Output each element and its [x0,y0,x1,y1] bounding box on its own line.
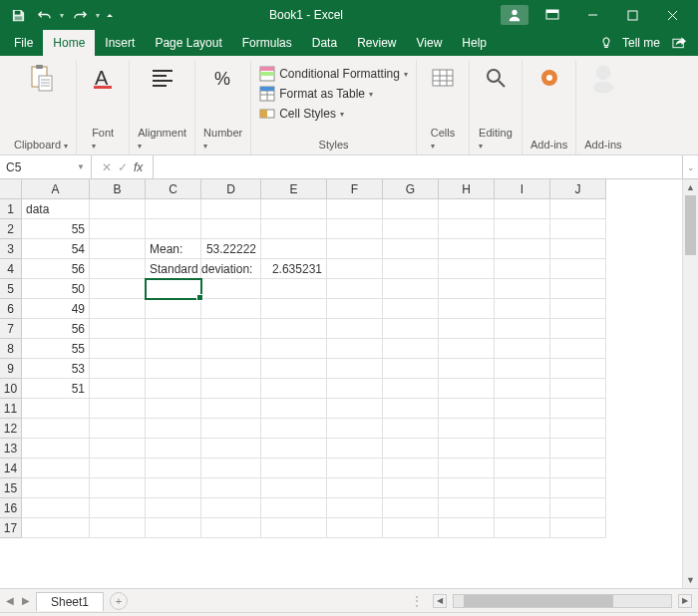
cell-I5[interactable] [495,279,550,299]
addins-button[interactable] [531,62,567,94]
cell-C14[interactable] [146,459,201,478]
cell-C1[interactable] [146,199,201,219]
editing-button[interactable] [478,62,514,94]
col-header[interactable]: C [146,179,201,199]
cell-F12[interactable] [327,419,383,439]
row-header[interactable]: 12 [0,419,22,439]
cell-C6[interactable] [146,299,201,319]
cell-H7[interactable] [439,319,495,339]
cell-E8[interactable] [261,339,327,359]
cell-F8[interactable] [327,339,383,359]
cell-C17[interactable] [146,518,201,538]
cell-D17[interactable] [201,518,261,538]
cell-G3[interactable] [383,239,439,259]
scroll-down-icon[interactable]: ▼ [683,572,698,588]
cell-E16[interactable] [261,498,327,518]
minimize-button[interactable] [572,1,612,29]
cell-C16[interactable] [146,498,201,518]
account-button[interactable] [501,5,528,25]
cell-C15[interactable] [146,478,201,498]
row-header[interactable]: 15 [0,478,22,498]
cell-C3[interactable]: Mean: [146,239,201,259]
select-all-corner[interactable] [0,179,22,199]
cell-E10[interactable] [261,379,327,399]
cell-C13[interactable] [146,439,201,459]
cell-H12[interactable] [439,419,495,439]
cell-H15[interactable] [439,478,495,498]
cell-J8[interactable] [550,339,606,359]
cell-E5[interactable] [261,279,327,299]
lightbulb-icon[interactable] [596,33,616,53]
row-header[interactable]: 3 [0,239,22,259]
cell-B13[interactable] [90,439,146,459]
row-header[interactable]: 5 [0,279,22,299]
row-header[interactable]: 10 [0,379,22,399]
cell-H1[interactable] [439,199,495,219]
cells-button[interactable] [425,62,461,94]
cell-F6[interactable] [327,299,383,319]
cell-J16[interactable] [550,498,606,518]
scroll-up-icon[interactable]: ▲ [683,179,698,195]
cell-H3[interactable] [439,239,495,259]
cell-G16[interactable] [383,498,439,518]
col-header[interactable]: E [261,179,327,199]
col-header[interactable]: I [495,179,550,199]
cell-E3[interactable] [261,239,327,259]
qat-customize-icon[interactable] [104,3,116,27]
scroll-left-icon[interactable]: ◀ [433,594,447,608]
cell-G9[interactable] [383,359,439,379]
cell-D12[interactable] [201,419,261,439]
cell-I8[interactable] [495,339,550,359]
cell-J3[interactable] [550,239,606,259]
cell-A13[interactable] [22,439,90,459]
cell-D10[interactable] [201,379,261,399]
tab-data[interactable]: Data [302,30,347,56]
cell-F9[interactable] [327,359,383,379]
name-box[interactable]: C5▼ [0,155,92,178]
cell-J12[interactable] [550,419,606,439]
cell-G13[interactable] [383,439,439,459]
number-button[interactable]: % [205,62,241,94]
cell-E2[interactable] [261,219,327,239]
cell-D3[interactable]: 53.22222 [201,239,261,259]
cell-styles-button[interactable]: Cell Styles ▾ [259,106,344,122]
cell-D1[interactable] [201,199,261,219]
col-header[interactable]: D [201,179,261,199]
cell-J2[interactable] [550,219,606,239]
cell-F13[interactable] [327,439,383,459]
row-header[interactable]: 13 [0,439,22,459]
cell-F2[interactable] [327,219,383,239]
cell-D11[interactable] [201,399,261,419]
cell-J1[interactable] [550,199,606,219]
cell-A6[interactable]: 49 [22,299,90,319]
cell-H16[interactable] [439,498,495,518]
row-header[interactable]: 11 [0,399,22,419]
cell-B9[interactable] [90,359,146,379]
cell-A1[interactable]: data [22,199,90,219]
cell-I11[interactable] [495,399,550,419]
redo-icon[interactable] [68,3,92,27]
tab-insert[interactable]: Insert [95,30,145,56]
cell-A5[interactable]: 50 [22,279,90,299]
cell-B3[interactable] [90,239,146,259]
cell-D6[interactable] [201,299,261,319]
cell-B8[interactable] [90,339,146,359]
cell-F3[interactable] [327,239,383,259]
cell-H4[interactable] [439,259,495,279]
cell-J13[interactable] [550,439,606,459]
format-as-table-button[interactable]: Format as Table ▾ [259,86,373,102]
cell-I12[interactable] [495,419,550,439]
paste-button[interactable] [23,62,59,94]
cell-H14[interactable] [439,459,495,478]
cell-B16[interactable] [90,498,146,518]
cell-F5[interactable] [327,279,383,299]
cell-H8[interactable] [439,339,495,359]
cell-G1[interactable] [383,199,439,219]
expand-formula-bar-icon[interactable]: ⌄ [682,155,698,178]
horizontal-scrollbar[interactable] [453,594,672,608]
font-button[interactable]: A [85,62,121,94]
chevron-down-icon[interactable]: ▼ [77,162,85,171]
row-header[interactable]: 9 [0,359,22,379]
cell-A15[interactable] [22,478,90,498]
cell-B2[interactable] [90,219,146,239]
